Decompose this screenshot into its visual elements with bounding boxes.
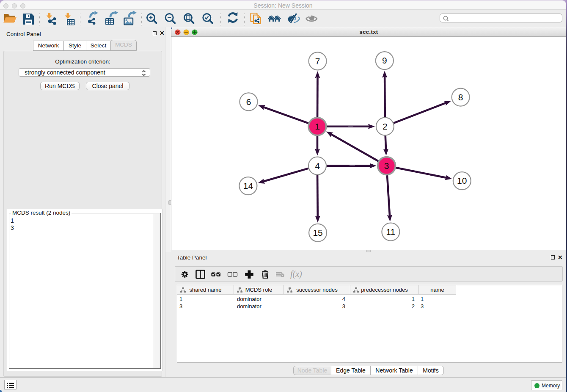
svg-text:3: 3 [384, 161, 389, 171]
svg-text:9: 9 [382, 55, 387, 65]
svg-text:15: 15 [313, 228, 322, 237]
svg-text:2: 2 [383, 121, 388, 131]
svg-text:6: 6 [246, 97, 251, 107]
svg-text:14: 14 [243, 181, 253, 190]
svg-text:f(x): f(x) [290, 269, 302, 279]
svg-text:11: 11 [386, 227, 395, 237]
svg-text:4: 4 [315, 161, 320, 171]
svg-text:1: 1 [315, 121, 320, 131]
svg-text:10: 10 [457, 176, 467, 185]
svg-text:7: 7 [315, 56, 320, 66]
svg-text:8: 8 [458, 92, 463, 102]
